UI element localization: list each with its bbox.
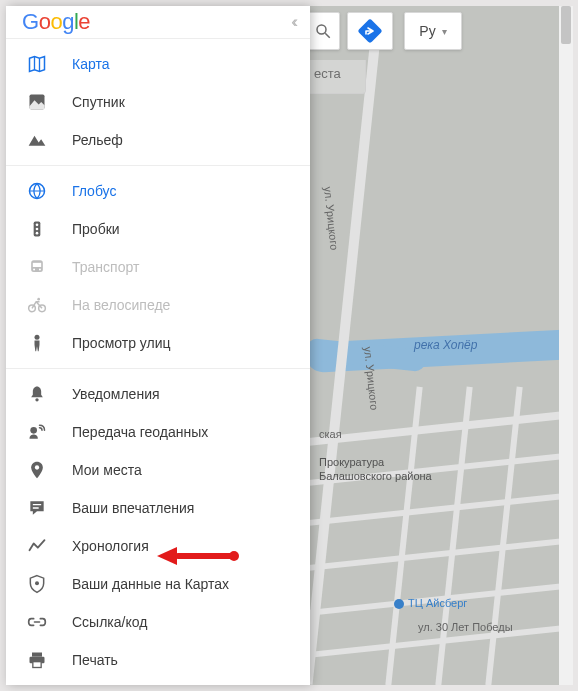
poi-label: Прокуратура	[319, 456, 384, 468]
sidebar-item-satellite[interactable]: Спутник	[6, 83, 310, 121]
svg-point-11	[33, 269, 35, 271]
pin-icon	[26, 459, 48, 481]
svg-point-15	[37, 298, 40, 301]
satellite-icon	[26, 91, 48, 113]
sidebar-item-label: Транспорт	[72, 259, 139, 275]
sidebar-item-label: Спутник	[72, 94, 125, 110]
link-icon	[26, 611, 48, 633]
sidebar-item-label: На велосипеде	[72, 297, 170, 313]
street-label: ская	[319, 428, 342, 440]
print-icon	[26, 649, 48, 671]
sidebar-item-label: Печать	[72, 652, 118, 668]
terrain-icon	[26, 129, 48, 151]
sidebar-item-label: Ваши впечатления	[72, 500, 194, 516]
svg-line-1	[325, 33, 330, 38]
sidebar-item-label: Передача геоданных	[72, 424, 208, 440]
svg-point-6	[36, 224, 39, 227]
sidebar-item-label: Хронология	[72, 538, 149, 554]
traffic-icon	[26, 218, 48, 240]
google-logo[interactable]: G o o g l e	[22, 9, 90, 35]
sidebar-item-terrain[interactable]: Рельеф	[6, 121, 310, 159]
sidebar-item-share-embed[interactable]: Ссылка/код	[6, 603, 310, 641]
svg-point-0	[317, 25, 326, 34]
sidebar-header: G o o g l e ‹‹	[6, 6, 310, 38]
svg-point-20	[35, 581, 39, 585]
vertical-scrollbar[interactable]	[559, 6, 573, 685]
chevron-down-icon: ▾	[442, 26, 447, 37]
river-label: река Хопёр	[414, 338, 477, 352]
sidebar-item-label: Ссылка/код	[72, 614, 147, 630]
sidebar-item-cycling[interactable]: На велосипеде	[6, 286, 310, 324]
svg-point-7	[36, 228, 39, 231]
directions-icon	[358, 19, 382, 43]
poi-marker-icon[interactable]	[394, 599, 404, 609]
language-button[interactable]: Ру ▾	[404, 12, 462, 50]
sidebar-item-label: Карта	[72, 56, 109, 72]
pegman-icon	[26, 332, 48, 354]
sidebar-item-label: Уведомления	[72, 386, 160, 402]
sidebar-item-your-data[interactable]: Ваши данные на Картах	[6, 565, 310, 603]
svg-point-12	[39, 269, 41, 271]
sidebar-item-your-places[interactable]: Мои места	[6, 451, 310, 489]
sidebar-item-label: Мои места	[72, 462, 142, 478]
svg-point-8	[36, 232, 39, 235]
timeline-icon	[26, 535, 48, 557]
search-suggestion-fragment: еста	[306, 60, 366, 94]
svg-point-17	[35, 398, 38, 401]
sidebar-item-map[interactable]: Карта	[6, 45, 310, 83]
svg-rect-10	[33, 263, 41, 267]
magnifier-icon	[314, 22, 332, 40]
poi-label: ТЦ Айсберг	[408, 597, 467, 609]
sidebar-item-label: Пробки	[72, 221, 120, 237]
map-icon	[26, 53, 48, 75]
svg-point-16	[35, 335, 40, 340]
search-button[interactable]	[306, 12, 340, 50]
sidebar-group-account: Уведомления Передача геоданных Мои места…	[6, 368, 310, 685]
svg-point-19	[35, 465, 39, 469]
sidebar-menu: G o o g l e ‹‹ Карта Спутник	[6, 6, 310, 685]
globe-icon	[26, 180, 48, 202]
scrollbar-thumb[interactable]	[561, 6, 571, 44]
collapse-sidebar-button[interactable]: ‹‹	[291, 13, 294, 31]
sidebar-item-contributions[interactable]: Ваши впечатления	[6, 489, 310, 527]
sidebar-item-label: Рельеф	[72, 132, 123, 148]
svg-point-18	[30, 427, 37, 434]
sidebar-item-label: Просмотр улиц	[72, 335, 171, 351]
svg-rect-21	[32, 653, 42, 657]
street-label: ул. 30 Лет Победы	[418, 621, 513, 633]
search-suggestion-text: еста	[314, 66, 341, 81]
sidebar-item-traffic[interactable]: Пробки	[6, 210, 310, 248]
app-frame: ул. Урицкого ул. Урицкого река Хопёр ска…	[0, 0, 578, 691]
directions-button[interactable]	[347, 12, 393, 50]
svg-rect-23	[33, 662, 41, 668]
bell-icon	[26, 383, 48, 405]
sidebar-item-globe[interactable]: Глобус	[6, 172, 310, 210]
sidebar-group-layers: Карта Спутник Рельеф	[6, 38, 310, 165]
shield-icon	[26, 573, 48, 595]
poi-label: Балашовского района	[319, 470, 432, 482]
review-icon	[26, 497, 48, 519]
language-label: Ру	[419, 23, 435, 39]
transit-icon	[26, 256, 48, 278]
sidebar-group-overlays: Глобус Пробки Транспорт На велосипеде	[6, 165, 310, 368]
sidebar-item-transit[interactable]: Транспорт	[6, 248, 310, 286]
sidebar-item-streetview[interactable]: Просмотр улиц	[6, 324, 310, 362]
sidebar-item-label: Ваши данные на Картах	[72, 576, 229, 592]
location-sharing-icon	[26, 421, 48, 443]
sidebar-item-label: Глобус	[72, 183, 116, 199]
street-label: ул. Урицкого	[322, 186, 341, 251]
sidebar-item-timeline[interactable]: Хронология	[6, 527, 310, 565]
bike-icon	[26, 294, 48, 316]
sidebar-item-location-sharing[interactable]: Передача геоданных	[6, 413, 310, 451]
sidebar-item-print[interactable]: Печать	[6, 641, 310, 679]
sidebar-item-notifications[interactable]: Уведомления	[6, 375, 310, 413]
